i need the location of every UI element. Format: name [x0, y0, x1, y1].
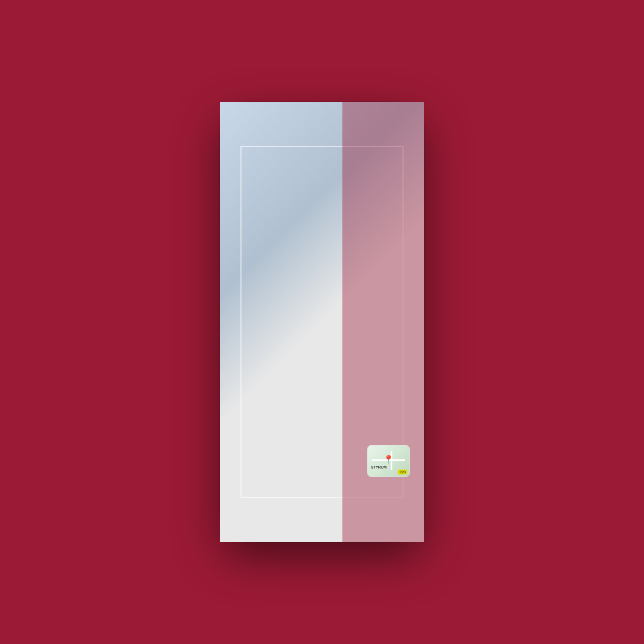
phone-device: ‹ ••• BalleRita | Rita Nappenfeld-Weber [220, 102, 424, 542]
window-photo [323, 334, 419, 415]
map-route-badge: 223 [398, 470, 407, 474]
phone-screen: ‹ ••• BalleRita | Rita Nappenfeld-Weber [225, 107, 419, 537]
map-thumbnail[interactable]: 📍 STYRUM 223 [367, 445, 410, 477]
map-area-label: STYRUM [371, 465, 387, 469]
photo-window[interactable] [323, 334, 419, 415]
photos-grid[interactable]: BalleR 27 [225, 252, 419, 415]
map-pin: 📍 [383, 455, 394, 465]
map-bg: 📍 STYRUM 223 [368, 445, 409, 477]
